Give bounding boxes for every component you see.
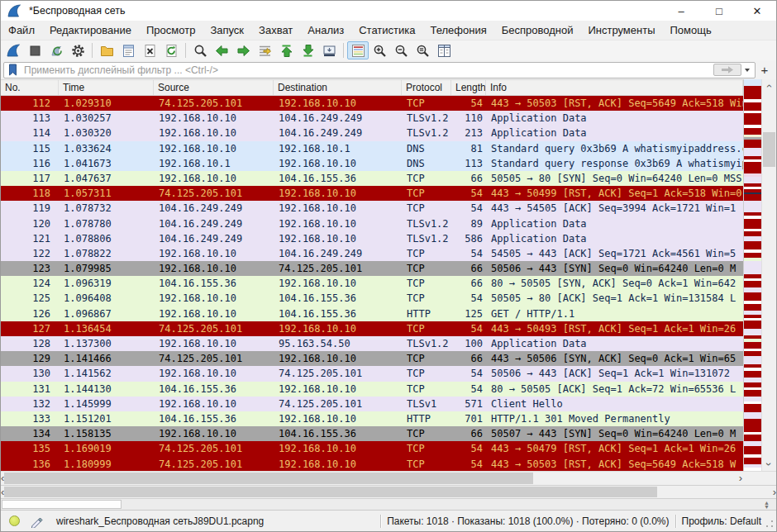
capture-options-icon[interactable] <box>67 41 88 59</box>
menu-item-9[interactable]: Инструменты <box>580 21 662 39</box>
packet-row-119[interactable]: 1191.078732104.16.249.249192.168.10.10TC… <box>1 201 743 216</box>
column-header-time[interactable]: Time <box>59 80 154 95</box>
packet-row-121[interactable]: 1211.078806104.16.249.249192.168.10.10TL… <box>1 231 743 246</box>
packet-row-126[interactable]: 1261.096867192.168.10.10104.16.155.36HTT… <box>1 306 743 321</box>
hscroll-thumb[interactable] <box>4 487 657 497</box>
menu-item-2[interactable]: Просмотр <box>139 21 203 39</box>
go-to-packet-icon[interactable] <box>254 41 275 59</box>
col-protocol: TCP <box>402 366 451 381</box>
next-packet-icon[interactable] <box>232 41 254 59</box>
save-file-icon[interactable] <box>117 41 139 59</box>
stop-capture-icon[interactable] <box>24 41 45 59</box>
menu-item-4[interactable]: Захват <box>251 21 300 39</box>
filter-bookmark-icon[interactable] <box>7 63 21 77</box>
col-no: 114 <box>1 126 59 140</box>
lower-hscrollbar[interactable]: ‹ › <box>1 485 776 498</box>
vertical-scrollbar[interactable]: › › <box>761 79 776 471</box>
vertical-scroll-track[interactable] <box>762 93 776 458</box>
close-file-icon[interactable] <box>139 41 160 59</box>
packet-row-129[interactable]: 1291.14146674.125.205.101192.168.10.10TC… <box>1 351 743 366</box>
packet-row-123[interactable]: 1231.079985192.168.10.1074.125.205.101TC… <box>1 261 743 276</box>
packet-row-122[interactable]: 1221.078822192.168.10.10104.16.249.249TC… <box>1 246 743 261</box>
column-header-length[interactable]: Length <box>451 80 486 95</box>
hscroll-thumb[interactable] <box>4 473 533 484</box>
column-header-info[interactable]: Info <box>486 80 743 95</box>
packet-row-128[interactable]: 1281.137300192.168.10.1095.163.54.50TLSv… <box>1 336 743 351</box>
packet-row-130[interactable]: 1301.141562192.168.10.1074.125.205.101TC… <box>1 366 743 381</box>
packet-row-112[interactable]: 1121.02931074.125.205.101192.168.10.10TC… <box>1 96 743 111</box>
packet-row-113[interactable]: 1131.030257192.168.10.10104.16.249.249TL… <box>1 111 743 126</box>
packet-row-116[interactable]: 1161.041673192.168.10.1192.168.10.10DNS1… <box>1 156 743 171</box>
splitter-arrows-icon[interactable]: ▲▼ <box>764 501 770 509</box>
packet-color-minimap[interactable] <box>743 79 761 471</box>
start-capture-icon[interactable] <box>2 41 24 59</box>
scroll-up-arrow[interactable]: › <box>763 84 776 88</box>
capture-file-name[interactable]: wireshark_Беспроводная сетьJ89DU1.pcapng <box>56 515 264 527</box>
minimap-stripe <box>744 241 761 249</box>
packet-row-132[interactable]: 1321.145999192.168.10.1074.125.205.101TL… <box>1 397 743 411</box>
packet-row-117[interactable]: 1171.047637192.168.10.10104.16.155.36TCP… <box>1 171 743 186</box>
close-button[interactable]: ✕ <box>738 1 776 21</box>
auto-scroll-icon[interactable] <box>318 41 340 59</box>
add-filter-button-plus[interactable]: + <box>756 63 774 77</box>
packet-row-125[interactable]: 1251.096408192.168.10.10104.16.155.36TCP… <box>1 291 743 306</box>
apply-filter-button[interactable] <box>713 64 741 76</box>
menu-item-6[interactable]: Статистика <box>351 21 422 39</box>
packet-row-134[interactable]: 1341.158135192.168.10.10104.16.155.36TCP… <box>1 426 743 441</box>
col-source: 104.16.249.249 <box>154 231 274 246</box>
column-header-source[interactable]: Source <box>154 80 274 95</box>
packet-row-131[interactable]: 1311.144130104.16.155.36192.168.10.10TCP… <box>1 382 743 397</box>
packet-row-120[interactable]: 1201.078780104.16.249.249192.168.10.10TL… <box>1 216 743 231</box>
display-filter-input[interactable] <box>24 64 713 76</box>
resize-columns-icon[interactable] <box>433 41 455 59</box>
packet-row-133[interactable]: 1331.151201104.16.155.36192.168.10.10HTT… <box>1 411 743 426</box>
display-filter-field[interactable] <box>3 62 756 78</box>
col-destination: 74.125.205.101 <box>274 397 402 411</box>
column-header-destination[interactable]: Destination <box>274 80 402 95</box>
packet-row-135[interactable]: 1351.16901974.125.205.101192.168.10.10TC… <box>1 441 743 456</box>
menu-item-3[interactable]: Запуск <box>203 21 251 39</box>
capture-comment-icon[interactable] <box>30 515 43 528</box>
vertical-scroll-thumb[interactable] <box>763 132 775 167</box>
col-info: 50505 → 80 [ACK] Seq=1 Ack=1 Win=131584 … <box>486 291 743 306</box>
packet-row-124[interactable]: 1241.096319104.16.155.36192.168.10.10TCP… <box>1 276 743 291</box>
col-destination: 192.168.10.10 <box>274 382 402 397</box>
reload-file-icon[interactable] <box>160 41 182 59</box>
open-file-icon[interactable] <box>96 41 117 59</box>
resize-grip[interactable] <box>765 519 775 529</box>
packet-list-hscrollbar[interactable]: ‹ › <box>1 471 742 485</box>
menu-item-1[interactable]: Редактирование <box>42 21 139 39</box>
packet-row-127[interactable]: 1271.13645474.125.205.101192.168.10.10TC… <box>1 321 743 336</box>
scroll-down-arrow[interactable]: › <box>763 463 776 466</box>
zoom-out-icon[interactable] <box>390 41 412 59</box>
last-packet-icon[interactable] <box>297 41 318 59</box>
menu-item-7[interactable]: Телефония <box>422 21 493 39</box>
menu-item-0[interactable]: Файл <box>1 21 42 39</box>
first-packet-icon[interactable] <box>275 41 297 59</box>
colorize-packets-icon[interactable] <box>347 41 369 59</box>
col-length: 81 <box>451 141 486 156</box>
filter-dropdown-caret[interactable] <box>745 69 750 72</box>
column-header-protocol[interactable]: Protocol <box>402 80 451 95</box>
packet-row-136[interactable]: 1361.18099974.125.205.101192.168.10.10TC… <box>1 457 743 472</box>
packet-row-115[interactable]: 1151.033624192.168.10.10192.168.10.1DNS8… <box>1 141 743 156</box>
zoom-original-icon[interactable] <box>412 41 433 59</box>
col-destination: 192.168.10.10 <box>274 411 402 426</box>
restart-capture-icon[interactable] <box>45 41 67 59</box>
previous-packet-icon[interactable] <box>211 41 232 59</box>
menu-item-10[interactable]: Помощь <box>663 21 719 39</box>
packet-row-114[interactable]: 1141.030320192.168.10.10104.16.249.249TL… <box>1 126 743 140</box>
column-header-no[interactable]: No. <box>1 80 59 95</box>
menu-item-5[interactable]: Анализ <box>300 21 351 39</box>
col-destination: 192.168.10.10 <box>274 201 402 216</box>
find-packet-icon[interactable] <box>189 41 211 59</box>
zoom-in-icon[interactable] <box>369 41 390 59</box>
maximize-button[interactable]: □ <box>700 1 738 21</box>
expert-info-button[interactable] <box>9 515 20 526</box>
packet-row-118[interactable]: 1181.05731174.125.205.101192.168.10.10TC… <box>1 186 743 201</box>
minimize-button[interactable]: – <box>662 1 700 21</box>
window-title: *Беспроводная сеть <box>29 5 126 17</box>
menu-item-8[interactable]: Беспроводной <box>494 21 581 39</box>
profile-label[interactable]: Профиль: Default <box>682 515 762 527</box>
scroll-right-arrow[interactable]: › <box>773 486 776 499</box>
